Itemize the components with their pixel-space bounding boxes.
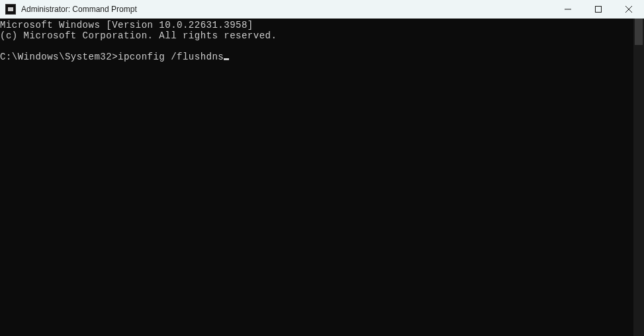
window-controls	[553, 0, 644, 19]
scrollbar-thumb[interactable]	[635, 19, 643, 45]
maximize-button[interactable]	[583, 0, 614, 19]
vertical-scrollbar[interactable]	[633, 19, 644, 336]
minimize-button[interactable]	[553, 0, 583, 19]
close-button[interactable]	[614, 0, 644, 19]
close-icon	[625, 6, 632, 13]
titlebar-left: Administrator: Command Prompt	[5, 4, 137, 15]
titlebar[interactable]: Administrator: Command Prompt	[0, 0, 644, 19]
terminal-line: Microsoft Windows [Version 10.0.22631.39…	[0, 20, 633, 30]
terminal-command-input[interactable]: ipconfig /flushdns	[118, 52, 224, 62]
cmd-icon	[5, 4, 16, 15]
terminal-line: (c) Microsoft Corporation. All rights re…	[0, 30, 633, 41]
minimize-icon	[565, 6, 571, 13]
maximize-icon	[595, 6, 602, 13]
terminal-prompt-line: C:\Windows\System32>ipconfig /flushdns	[0, 52, 633, 62]
terminal-prompt: C:\Windows\System32>	[0, 52, 118, 62]
terminal-cursor	[224, 58, 229, 60]
svg-rect-1	[596, 7, 602, 13]
command-prompt-window: Administrator: Command Prompt Microsoft …	[0, 0, 644, 336]
terminal-container: Microsoft Windows [Version 10.0.22631.39…	[0, 19, 644, 336]
terminal-blank-line	[0, 41, 633, 52]
terminal-output[interactable]: Microsoft Windows [Version 10.0.22631.39…	[0, 19, 633, 336]
window-title: Administrator: Command Prompt	[21, 5, 137, 14]
